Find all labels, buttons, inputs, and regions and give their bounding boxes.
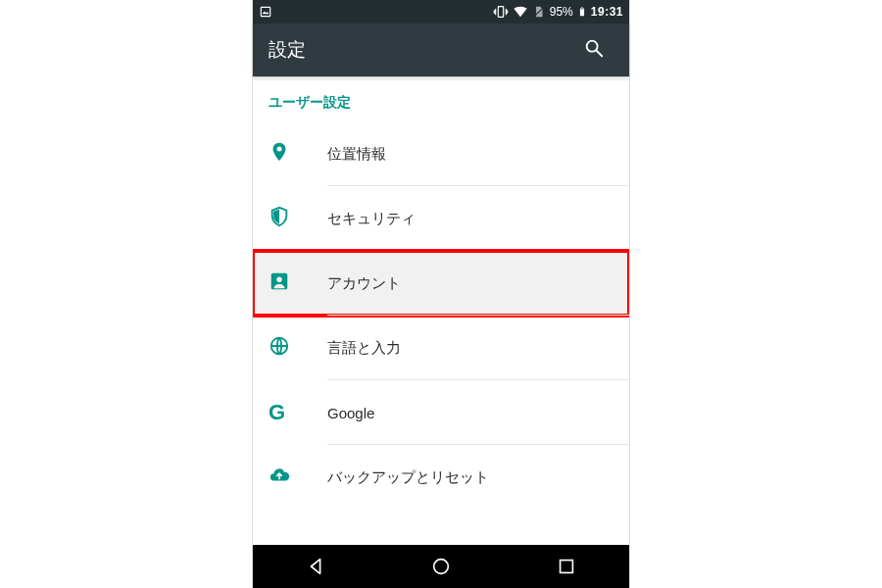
section-header-personal: ユーザー設定 (253, 80, 629, 122)
nav-home-icon (430, 556, 452, 581)
settings-item-google[interactable]: G Google (253, 380, 629, 445)
nav-home-button[interactable] (402, 545, 480, 588)
settings-item-label: 位置情報 (327, 145, 386, 164)
settings-item-label: セキュリティ (327, 210, 416, 228)
svg-rect-5 (580, 9, 583, 10)
search-button[interactable] (574, 30, 613, 70)
svg-rect-3 (580, 8, 584, 16)
location-pin-icon (269, 141, 290, 167)
settings-item-security[interactable]: セキュリティ (253, 186, 629, 251)
nav-back-button[interactable] (276, 545, 355, 588)
settings-item-location[interactable]: 位置情報 (253, 122, 629, 186)
vibrate-icon (493, 4, 509, 20)
settings-item-label: Google (327, 405, 374, 421)
status-clock: 19:31 (591, 5, 623, 19)
screenshot-indicator-icon (259, 5, 272, 19)
settings-item-label: アカウント (327, 274, 401, 293)
settings-list: ユーザー設定 位置情報 セキュリティ (253, 80, 629, 545)
shield-icon (269, 206, 290, 231)
search-icon (583, 37, 605, 63)
google-g-icon: G (269, 402, 285, 423)
nav-back-icon (305, 556, 326, 581)
wifi-icon (513, 4, 528, 20)
svg-point-6 (587, 41, 598, 52)
no-sim-icon (532, 5, 546, 19)
nav-recent-icon (556, 556, 577, 581)
status-bar: 95% 19:31 (253, 0, 629, 24)
svg-rect-12 (561, 561, 573, 573)
settings-item-label: 言語と入力 (327, 339, 401, 358)
battery-percent: 95% (550, 5, 573, 19)
navigation-bar (253, 545, 629, 588)
cloud-upload-icon (269, 465, 290, 490)
svg-rect-4 (581, 7, 583, 8)
svg-point-11 (434, 560, 449, 574)
svg-rect-1 (498, 7, 503, 18)
nav-recent-button[interactable] (527, 545, 606, 588)
battery-icon (577, 4, 587, 20)
account-box-icon (269, 270, 290, 296)
phone-frame: 95% 19:31 設定 ユーザー設定 (253, 0, 629, 588)
page-title: 設定 (269, 37, 574, 63)
svg-rect-0 (261, 7, 270, 16)
svg-point-9 (276, 276, 282, 282)
settings-item-backup[interactable]: バックアップとリセット (253, 445, 629, 510)
settings-item-language[interactable]: 言語と入力 (253, 316, 629, 380)
globe-icon (269, 335, 290, 361)
app-bar: 設定 (253, 24, 629, 76)
settings-item-label: バックアップとリセット (327, 468, 489, 487)
settings-item-accounts[interactable]: アカウント (253, 251, 629, 316)
svg-line-7 (597, 51, 603, 57)
